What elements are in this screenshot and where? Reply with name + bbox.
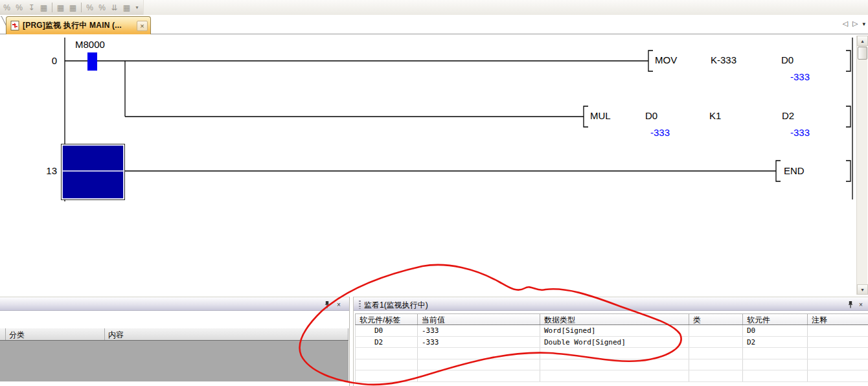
watch-window: 监看1(监视执行中) × 软元件/标签 当前值 数据类型 类 软元件 注释 D0…: [353, 297, 868, 386]
tab-close-button[interactable]: ×: [137, 21, 148, 31]
buffer-memory-batch-icon[interactable]: ▦: [38, 2, 49, 13]
output-panel-title-bar[interactable]: ×: [0, 297, 349, 311]
output-column-headers: 分类 内容: [0, 328, 348, 341]
debug-toolbar: % % ↧ ▦ ▦ ▦ % % ⇊ ▦ ▾: [0, 0, 144, 15]
device-batch-readout-icon[interactable]: ↧: [26, 2, 37, 13]
close-icon[interactable]: ×: [334, 301, 343, 309]
end-opcode: END: [784, 165, 805, 176]
mul-source2: K1: [709, 110, 721, 121]
mul-destination-monitor-value: -333: [790, 127, 810, 138]
column-header-device-label[interactable]: 软元件/标签: [356, 314, 418, 324]
device-test-icon[interactable]: %: [14, 2, 25, 13]
rung-branch-line: [125, 61, 584, 117]
column-header-current-value[interactable]: 当前值: [418, 314, 540, 324]
ladder-diagram: [0, 35, 868, 297]
output-content-area[interactable]: [0, 341, 348, 381]
cell-class[interactable]: [689, 325, 743, 336]
watch-stop-icon[interactable]: ▦: [121, 2, 132, 13]
watch-start-icon[interactable]: ⇊: [109, 2, 120, 13]
overflow-chevron-icon: ▾: [135, 5, 138, 10]
mul-source1-monitor-value: -333: [650, 127, 670, 138]
main-toolbar: % % ↧ ▦ ▦ ▦ % % ⇊ ▦ ▾: [0, 0, 868, 15]
toolbar-separator: [52, 3, 52, 12]
close-icon[interactable]: ×: [856, 301, 865, 309]
column-header-comment[interactable]: 注释: [808, 314, 868, 324]
vertical-scrollbar[interactable]: ▲ ▼: [856, 36, 867, 295]
mul-close-bracket: [846, 106, 851, 127]
watch-row-d0[interactable]: D0 -333 Word[Signed] D0: [356, 325, 868, 337]
watch-column-headers: 软元件/标签 当前值 数据类型 类 软元件 注释: [355, 313, 868, 325]
column-header-device[interactable]: 软元件: [743, 314, 808, 324]
watch-row-empty[interactable]: [356, 359, 868, 371]
column-header-class[interactable]: 类: [689, 314, 743, 324]
watch-row-empty[interactable]: [356, 348, 868, 359]
mov-source: K-333: [711, 54, 737, 65]
cell-class[interactable]: [689, 337, 743, 348]
scroll-down-button[interactable]: ▼: [857, 284, 868, 295]
mov-opcode: MOV: [655, 54, 677, 65]
mul-opcode: MUL: [590, 110, 611, 121]
mul-destination: D2: [782, 110, 794, 121]
tab-title: [PRG]监视 执行中 MAIN (...: [23, 20, 137, 31]
mul-source1: D0: [645, 110, 657, 121]
toolbar-overflow-button[interactable]: ▾: [133, 2, 141, 13]
cell-data-type[interactable]: Word[Signed]: [540, 325, 689, 336]
auto-hide-pin-icon[interactable]: [846, 301, 855, 309]
auto-hide-pin-icon[interactable]: [323, 301, 332, 309]
watch-title: 监看1(监视执行中): [364, 300, 428, 311]
cell-device[interactable]: D0: [743, 325, 808, 336]
tab-list-dropdown-button[interactable]: ▾: [862, 21, 865, 27]
watch-row-d2[interactable]: D2 -333 Double Word[Signed] D2: [356, 337, 868, 348]
device-registration-monitor2-icon[interactable]: ▦: [67, 2, 78, 13]
document-tab-bar: [PRG]监视 执行中 MAIN (... × ◁ ▷ ▾: [0, 15, 868, 34]
tab-nav-controls: ◁ ▷ ▾: [843, 20, 865, 27]
cell-data-type[interactable]: Double Word[Signed]: [540, 337, 689, 348]
cell-device-label[interactable]: D2: [356, 337, 418, 348]
cell-device-label[interactable]: D0: [356, 325, 418, 336]
scrollbar-thumb[interactable]: [858, 47, 867, 60]
end-close-bracket: [846, 161, 851, 181]
device-registration-monitor-icon[interactable]: ▦: [55, 2, 66, 13]
cell-device[interactable]: D2: [743, 337, 808, 348]
step-number-13: 13: [36, 165, 57, 176]
scroll-up-button[interactable]: ▲: [857, 36, 868, 46]
tab-main-program[interactable]: [PRG]监视 执行中 MAIN (... ×: [6, 16, 151, 34]
cell-comment[interactable]: [808, 337, 868, 348]
cell-current-value[interactable]: -333: [418, 325, 540, 336]
watch-row-empty[interactable]: [356, 370, 868, 382]
mov-destination-monitor-value: -333: [790, 71, 810, 82]
ladder-editor[interactable]: 0 M8000 MOV K-333 D0 -333 MUL D0 -333 K1…: [0, 35, 868, 297]
forced-input-output-icon[interactable]: %: [84, 2, 95, 13]
watch-table-body: D0 -333 Word[Signed] D0 D2 -333 Double W…: [355, 325, 868, 382]
contact-label-m8000: M8000: [75, 39, 105, 50]
drag-grip-icon[interactable]: [359, 301, 361, 309]
gx-works2-monitor-screen: { "toolbar": { "overflow_glyph": "▾", "i…: [0, 0, 868, 386]
mov-open-bracket: [648, 51, 653, 71]
toolbar-separator: [81, 3, 82, 12]
row-selector-column: [0, 328, 6, 340]
mul-open-bracket: [584, 106, 588, 127]
cell-comment[interactable]: [808, 325, 868, 336]
column-header-category[interactable]: 分类: [6, 328, 105, 340]
step-number-0: 0: [36, 55, 57, 66]
contact-m8000-on-indicator: [87, 52, 97, 71]
end-open-bracket: [776, 161, 781, 181]
forced-io-cancel-icon[interactable]: %: [97, 2, 108, 13]
modify-value-icon[interactable]: %: [1, 2, 12, 13]
column-header-data-type[interactable]: 数据类型: [540, 314, 689, 324]
scroll-tabs-left-button[interactable]: ◁: [843, 20, 848, 27]
watch-title-bar[interactable]: 监看1(监视执行中) ×: [354, 297, 868, 311]
mov-destination: D0: [781, 54, 794, 65]
mov-close-bracket: [846, 51, 851, 71]
scroll-tabs-right-button[interactable]: ▷: [852, 20, 858, 27]
column-header-content[interactable]: 内容: [105, 328, 348, 340]
output-panel: × 分类 内容: [0, 297, 350, 386]
program-monitor-doc-icon: [10, 21, 19, 30]
cell-current-value[interactable]: -333: [418, 337, 540, 348]
ladder-cursor-cell: [62, 144, 125, 200]
